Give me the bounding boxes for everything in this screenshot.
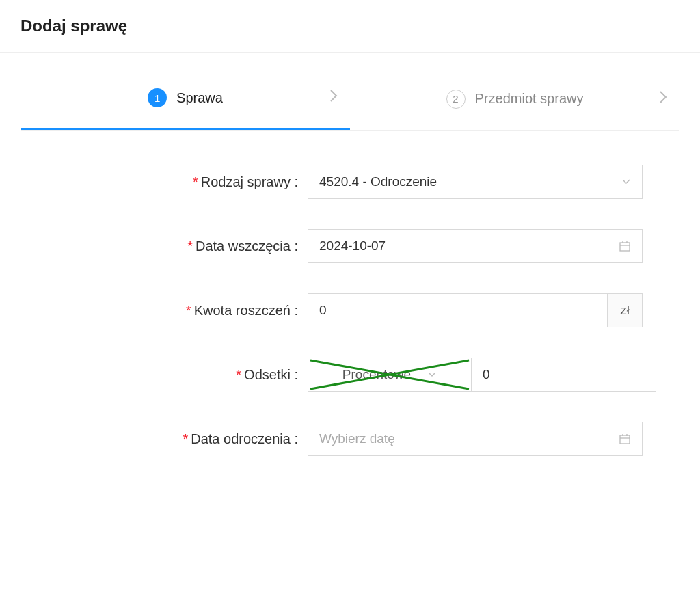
select-odsetki-type[interactable]: Procentowe	[308, 358, 472, 392]
row-kwota-roszczen: *Kwota roszczeń : zł	[41, 293, 659, 327]
row-data-odroczenia: *Data odroczenia : Wybierz datę	[41, 422, 659, 456]
label-odsetki: *Odsetki :	[41, 367, 308, 383]
label-rodzaj-sprawy: *Rodzaj sprawy :	[41, 174, 308, 190]
required-icon: *	[183, 431, 188, 446]
date-input-odroczenia[interactable]: Wybierz datę	[308, 422, 643, 456]
calendar-icon	[619, 433, 631, 445]
select-value: 4520.4 - Odroczenie	[319, 174, 437, 189]
row-odsetki: *Odsetki : Procentowe	[41, 358, 659, 392]
select-rodzaj-sprawy[interactable]: 4520.4 - Odroczenie	[308, 165, 643, 199]
row-rodzaj-sprawy: *Rodzaj sprawy : 4520.4 - Odroczenie	[41, 165, 659, 199]
chevron-down-icon	[621, 176, 631, 187]
step-label-1: Sprawa	[176, 90, 223, 106]
svg-rect-6	[620, 435, 630, 444]
label-data-odroczenia: *Data odroczenia :	[41, 431, 308, 447]
step-number-1: 1	[148, 88, 167, 107]
step-sprawa[interactable]: 1 Sprawa	[21, 73, 350, 130]
chevron-right-icon	[659, 90, 667, 108]
odsetki-type-value: Procentowe	[342, 367, 411, 382]
form-container: *Rodzaj sprawy : 4520.4 - Odroczenie *Da…	[0, 131, 700, 527]
date-input-wszczecia[interactable]: 2024-10-07	[308, 229, 643, 263]
chevron-down-icon	[427, 369, 437, 380]
label-data-wszczecia: *Data wszczęcia :	[41, 239, 308, 254]
input-kwota-roszczen[interactable]	[308, 293, 608, 327]
page-title: Dodaj sprawę	[21, 16, 679, 36]
required-icon: *	[187, 239, 193, 254]
label-kwota-roszczen: *Kwota roszczeń :	[41, 303, 308, 319]
required-icon: *	[193, 174, 198, 189]
calendar-icon	[619, 240, 631, 252]
currency-suffix: zł	[608, 293, 643, 327]
svg-rect-0	[620, 243, 630, 251]
input-odsetki-amount[interactable]	[472, 358, 656, 392]
page-header: Dodaj sprawę	[0, 0, 700, 53]
required-icon: *	[236, 367, 241, 382]
chevron-right-icon	[329, 89, 338, 107]
date-value: 2024-10-07	[319, 239, 386, 254]
step-number-2: 2	[446, 90, 466, 109]
wizard-steps: 1 Sprawa 2 Przedmiot sprawy	[21, 73, 679, 131]
date-placeholder: Wybierz datę	[319, 431, 395, 446]
step-przedmiot-sprawy[interactable]: 2 Przedmiot sprawy	[350, 73, 679, 130]
step-label-2: Przedmiot sprawy	[475, 91, 584, 107]
required-icon: *	[186, 303, 191, 318]
row-data-wszczecia: *Data wszczęcia : 2024-10-07	[41, 229, 659, 263]
